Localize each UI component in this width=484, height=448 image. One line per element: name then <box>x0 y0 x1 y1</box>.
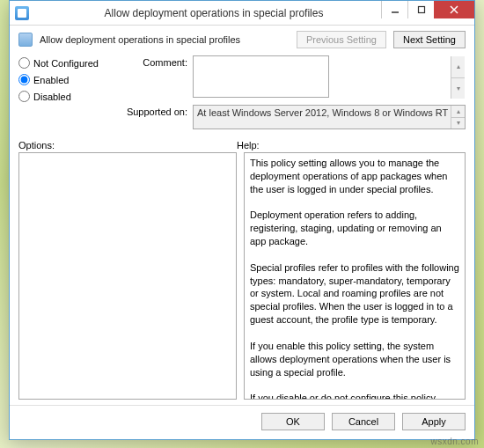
supported-label: Supported on: <box>124 105 187 129</box>
ok-button[interactable]: OK <box>261 413 325 430</box>
help-pane[interactable]: This policy setting allows you to manage… <box>244 152 466 400</box>
minimize-icon <box>391 5 400 14</box>
options-section-label: Options: <box>18 140 237 151</box>
comment-label: Comment: <box>124 55 187 99</box>
policy-title: Allow deployment operations in special p… <box>40 34 290 45</box>
dialog-window: Allow deployment operations in special p… <box>9 0 475 440</box>
cancel-button[interactable]: Cancel <box>332 413 395 430</box>
help-section-label: Help: <box>237 140 260 151</box>
scroll-up-icon[interactable]: ▴ <box>451 56 465 77</box>
supported-on-text: At least Windows Server 2012, Windows 8 … <box>197 107 448 118</box>
state-radio-group: Not Configured Enabled Disabled <box>18 55 115 129</box>
radio-label: Disabled <box>33 92 71 102</box>
window-controls <box>381 1 474 18</box>
scroll-down-icon[interactable]: ▾ <box>451 117 465 129</box>
radio-disabled[interactable]: Disabled <box>18 91 115 102</box>
maximize-button[interactable] <box>407 1 434 18</box>
comment-textarea[interactable] <box>193 55 329 98</box>
fields-column: Comment: ▴ ▾ Supported on: At least Wind… <box>124 55 466 129</box>
radio-enabled[interactable]: Enabled <box>18 74 115 85</box>
radio-label: Not Configured <box>33 58 99 69</box>
lower-area: Options: Help: This policy setting allow… <box>10 136 474 405</box>
close-button[interactable] <box>434 1 474 18</box>
policy-icon <box>18 33 33 47</box>
radio-input-enabled[interactable] <box>18 74 30 85</box>
section-labels: Options: Help: <box>18 136 466 152</box>
panes: This policy setting allows you to manage… <box>18 152 466 400</box>
policy-header-row: Allow deployment operations in special p… <box>10 26 474 52</box>
app-icon <box>15 6 29 20</box>
button-bar: OK Cancel Apply <box>10 405 474 439</box>
svg-rect-1 <box>418 7 424 13</box>
previous-setting-button[interactable]: Previous Setting <box>297 31 386 48</box>
radio-input-disabled[interactable] <box>18 91 30 102</box>
config-area: Not Configured Enabled Disabled Comment:… <box>10 52 474 136</box>
scroll-down-icon[interactable]: ▾ <box>451 77 465 99</box>
window-title: Allow deployment operations in special p… <box>34 7 393 19</box>
comment-row: Comment: ▴ ▾ <box>124 55 466 99</box>
apply-button[interactable]: Apply <box>402 413 466 430</box>
radio-not-configured[interactable]: Not Configured <box>18 57 115 69</box>
radio-input-not-configured[interactable] <box>18 57 30 69</box>
close-icon <box>449 4 459 15</box>
radio-label: Enabled <box>33 75 69 85</box>
watermark: wsxdn.com <box>430 437 479 446</box>
title-bar: Allow deployment operations in special p… <box>10 1 474 26</box>
options-pane[interactable] <box>18 152 237 400</box>
supported-on-box: At least Windows Server 2012, Windows 8 … <box>193 105 466 129</box>
scroll-up-icon[interactable]: ▴ <box>451 106 465 117</box>
next-setting-button[interactable]: Next Setting <box>393 31 466 48</box>
maximize-icon <box>417 5 426 14</box>
supported-row: Supported on: At least Windows Server 20… <box>124 105 466 129</box>
minimize-button[interactable] <box>381 1 407 18</box>
